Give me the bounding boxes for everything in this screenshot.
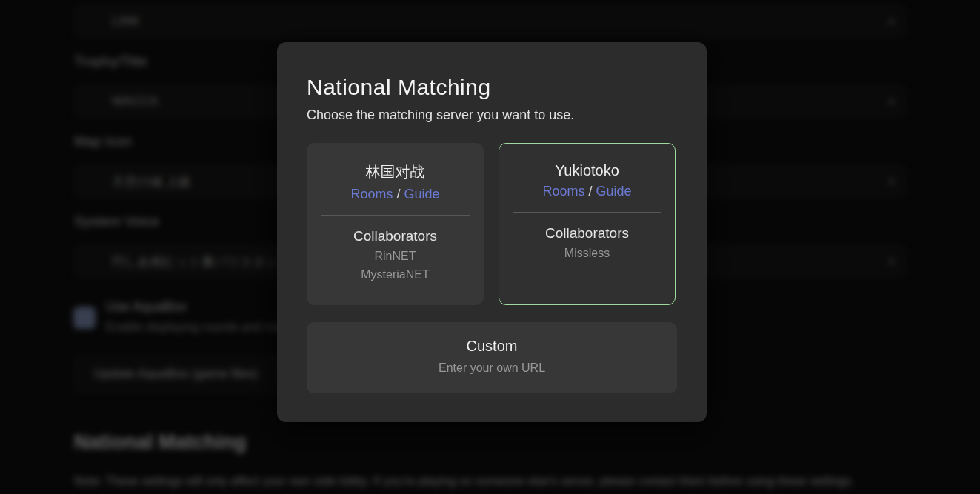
collaborator-name: RinNET [307, 250, 483, 263]
custom-card-subtitle: Enter your own URL [307, 361, 677, 375]
guide-link[interactable]: Guide [596, 184, 631, 198]
rooms-link[interactable]: Rooms [542, 184, 584, 198]
server-name: 林国对战 [307, 162, 483, 182]
rooms-link[interactable]: Rooms [350, 187, 393, 201]
server-card-yukiotoko[interactable]: Yukiotoko Rooms / Guide Collaborators Mi… [499, 143, 676, 305]
link-separator: / [584, 184, 596, 198]
server-card-linguoduizhan[interactable]: 林国对战 Rooms / Guide Collaborators RinNET … [307, 143, 484, 305]
modal-subtitle: Choose the matching server you want to u… [307, 107, 677, 123]
collaborator-name: MysteriaNET [307, 268, 483, 281]
server-links: Rooms / Guide [499, 184, 675, 199]
collaborators-heading: Collaborators [499, 225, 675, 241]
collaborator-name: Missless [499, 247, 675, 260]
card-divider [513, 212, 661, 213]
card-divider [321, 215, 470, 216]
server-options-row: 林国对战 Rooms / Guide Collaborators RinNET … [307, 143, 677, 305]
page: LINK ▾ Trophy/Title WACCA ▾ Map Icon 天空の… [0, 0, 980, 494]
custom-server-card[interactable]: Custom Enter your own URL [307, 322, 677, 393]
guide-link[interactable]: Guide [404, 187, 439, 201]
national-matching-modal: National Matching Choose the matching se… [277, 42, 707, 422]
server-links: Rooms / Guide [307, 187, 483, 202]
modal-title: National Matching [307, 75, 677, 100]
collaborators-heading: Collaborators [307, 228, 483, 244]
server-name: Yukiotoko [499, 162, 675, 179]
custom-card-title: Custom [307, 338, 677, 355]
link-separator: / [393, 187, 404, 201]
